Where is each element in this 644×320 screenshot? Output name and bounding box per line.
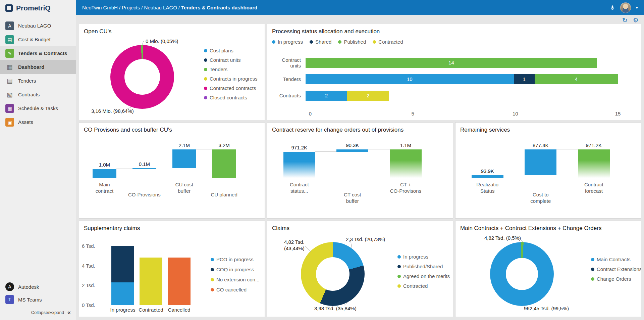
legend-item-change-orders[interactable]: Change Orders [591,276,641,282]
waterfall-bar-contract-forecast[interactable] [578,149,610,178]
legend-item-coq-in-progress[interactable]: COQ in progress [211,267,259,272]
legend-item-in-progress[interactable]: In progress [272,39,303,45]
waterfall-chart: 1.0M0.1M2.1M3.2M [85,149,244,178]
waterfall-bar-realizatio-status[interactable] [472,175,503,178]
user-avatar[interactable] [620,2,631,13]
panel-title: CO Provisons and cost buffer CU's [84,127,260,133]
prometriq-logo-icon [5,4,13,12]
refresh-button[interactable]: ↻ [622,17,628,24]
category-label: Contracted [137,307,165,313]
legend-swatch [204,87,207,90]
legend-label: COQ in progress [216,267,254,272]
panel-title: Contract reserve for change orders out o… [272,127,448,133]
tenders-icon: ▤ [5,77,14,85]
main-area: NeoTwin GmbH/Projects/Neubau LAGO/Tender… [76,0,644,320]
donut-chart[interactable] [301,242,365,306]
settings-button[interactable]: ⚙ [633,17,639,24]
legend-item-tenders[interactable]: Tenders [204,66,258,72]
bar-segment-in-progress[interactable]: 10 [306,74,514,84]
sidebar-item-ms-teams[interactable]: TMS Teams [0,293,76,306]
bar-segment-no-extension-con[interactable] [140,258,162,305]
breadcrumb-link-projects[interactable]: Projects [122,5,140,10]
collapse-expand-button[interactable]: Collapse/Expand « [0,306,76,319]
sidebar-item-autodesk[interactable]: AAutodesk [0,280,76,293]
breadcrumb-link-neubau-lago[interactable]: Neubau LAGO [144,5,177,10]
category-label: CT + CO-Provisons [379,182,432,194]
waterfall-bar-ct-co-provisons[interactable] [390,149,422,178]
bar-segment-in-progress[interactable]: 2 [306,91,347,101]
legend-label: Agreed on the merits [403,273,450,279]
legend-item-co-cancelled[interactable]: CO cancelled [211,287,259,292]
connector-line [156,168,172,168]
legend-label: Published [344,39,366,45]
sidebar-footer: AAutodeskTMS Teams Collapse/Expand « [0,280,76,320]
sidebar-item-neubau-lago[interactable]: ANeubau LAGO [0,19,76,33]
waterfall-bar-main-contract[interactable] [93,169,116,178]
bar-track: 14 [306,58,618,68]
bar-segment-contracted[interactable]: 2 [347,91,389,101]
bar-segment-co-cancelled[interactable] [168,258,190,305]
sidebar-item-schedule-tasks[interactable]: ▦Schedule & Tasks [0,101,76,115]
legend-item-contract-extensions[interactable]: Contract Extensions [591,266,641,272]
legend-label: Main Contracts [597,257,631,262]
legend-item-cost-plans[interactable]: Cost plans [204,48,258,53]
legend-label: CO cancelled [216,287,247,292]
breadcrumb: NeoTwin GmbH/Projects/Neubau LAGO/Tender… [82,5,257,10]
legend-item-published[interactable]: Published [338,39,366,45]
sidebar-item-dashboard[interactable]: ▦Dashboard [0,60,76,74]
chevron-down-icon[interactable]: ▾ [636,5,638,10]
waterfall-bar-contract-status[interactable] [283,152,315,178]
waterfall-bar-co-provisions[interactable] [132,168,156,169]
data-callout: 0 Mio. (0,05%) [146,38,178,45]
bar-segment-published[interactable]: 14 [306,58,597,68]
chart-legend: Cost plansContract unitsTendersContracts… [204,48,258,100]
waterfall-bar-cu-planned[interactable] [212,149,236,178]
donut-chart[interactable] [490,242,554,306]
sidebar-item-contracts[interactable]: ▧Contracts [0,88,76,101]
value-label: 1.1M [379,142,432,148]
sidebar-item-tenders-contracts[interactable]: ✎Tenders & Contracts [0,46,76,60]
legend-item-contracts-in-progress[interactable]: Contracts in progress [204,76,258,82]
breadcrumb-current: Tenders & Contracts dashboard [181,5,257,10]
legend-item-shared[interactable]: Shared [310,39,331,45]
bar-segment-coq-in-progress[interactable] [111,246,134,282]
bar-segment-published[interactable]: 4 [535,74,618,84]
legend-item-published-shared[interactable]: Published/Shared [397,264,450,269]
bar-segment-pco-in-progress[interactable] [111,282,134,305]
legend-swatch [397,255,401,259]
sidebar-item-label: Autodesk [18,284,39,290]
sidebar: PrometriQ ANeubau LAGO▤Cost & Budget✎Ten… [0,0,76,320]
category-label: Contract status... [273,182,326,194]
bar-track: 1014 [306,74,618,84]
legend-item-contract-units[interactable]: Contract units [204,57,258,63]
waterfall-bar-cost-to-complete[interactable] [525,149,556,175]
sidebar-item-tenders[interactable]: ▤Tenders [0,74,76,88]
legend-item-main-contracts[interactable]: Main Contracts [591,257,641,262]
legend-item-no-extension-con[interactable]: No extension con... [211,277,259,282]
legend-item-in-progress[interactable]: In progress [397,254,450,260]
waterfall-bar-cu-cost-buffer[interactable] [172,149,196,168]
y-axis-tick: 2 Tsd. [82,282,103,288]
connector-line [368,149,389,149]
chart-legend: In progressSharedPublishedContracted [272,39,403,45]
bar-segment-shared[interactable]: 1 [514,74,535,84]
sidebar-item-assets[interactable]: ▣Assets [0,115,76,129]
chart-legend: In progressPublished/SharedAgreed on the… [397,254,450,289]
legend-item-contracted[interactable]: Contracted [397,283,450,289]
category-label: CO-Provisions [124,192,164,198]
breadcrumb-link-neotwin-gmbh[interactable]: NeoTwin GmbH [82,5,118,10]
value-label: 971.2K [273,145,326,150]
sidebar-item-cost-budget[interactable]: ▤Cost & Budget [0,33,76,46]
legend-item-pco-in-progress[interactable]: PCO in progress [211,257,259,262]
panel-processing-status: Processing status allocation and executi… [267,24,641,120]
legend-swatch [204,68,207,71]
donut-chart[interactable] [110,45,174,109]
legend-item-contracted-contracts[interactable]: Contracted contracts [204,85,258,91]
legend-item-closed-contracts[interactable]: Closed contracts [204,95,258,100]
waterfall-bar-ct-cost-buffer[interactable] [336,149,368,152]
legend-item-contracted[interactable]: Contracted [373,39,403,45]
microphone-icon[interactable] [609,5,615,11]
legend-item-agreed-on-the-merits[interactable]: Agreed on the merits [397,273,450,279]
panel-main-contracts: Main Contracts + Contract Extensions + C… [455,221,641,317]
sidebar-item-label: Cost & Budget [18,37,51,42]
